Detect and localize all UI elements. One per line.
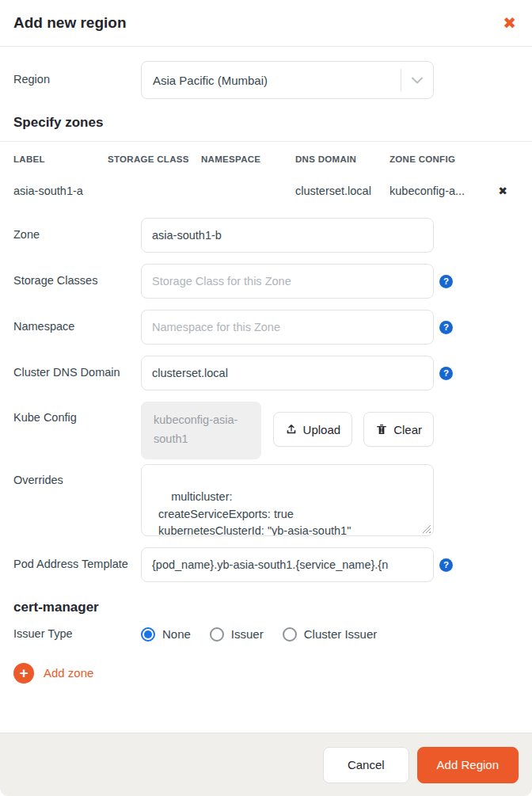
radio-none-label: None [162, 627, 191, 641]
overrides-label: Overrides [13, 464, 141, 489]
help-icon[interactable]: ? [439, 367, 453, 380]
trash-icon [375, 423, 388, 436]
add-zone-label: Add zone [44, 666, 93, 680]
zone-row: Zone [0, 218, 532, 253]
col-storage-class: STORAGE CLASS [108, 154, 201, 164]
kube-config-label: Kube Config [13, 402, 141, 426]
region-label: Region [13, 72, 141, 88]
col-namespace: NAMESPACE [201, 154, 295, 164]
overrides-row: Overrides multicluster: createServiceExp… [0, 464, 532, 536]
namespace-row: Namespace ? [0, 310, 532, 345]
region-row: Region Asia Pacific (Mumbai) [0, 61, 532, 99]
divider [0, 141, 532, 142]
storage-classes-input[interactable] [141, 264, 434, 299]
storage-classes-row: Storage Classes ? [0, 264, 532, 299]
radio-issuer-label: Issuer [231, 627, 264, 641]
issuer-type-radio-group: None Issuer Cluster Issuer [141, 627, 377, 642]
col-label: LABEL [13, 154, 108, 164]
dns-domain-label: Cluster DNS Domain [13, 365, 141, 381]
help-icon[interactable]: ? [439, 558, 453, 572]
specify-zones-heading: Specify zones [0, 115, 532, 131]
plus-icon: + [13, 663, 34, 684]
issuer-type-label: Issuer Type [13, 627, 141, 642]
radio-icon [141, 627, 155, 642]
add-region-button[interactable]: Add Region [417, 747, 519, 783]
radio-none[interactable]: None [141, 627, 191, 642]
help-icon[interactable]: ? [439, 275, 453, 288]
radio-issuer[interactable]: Issuer [210, 627, 264, 642]
issuer-type-row: Issuer Type None Issuer Cluster Issuer [0, 627, 532, 642]
kube-config-filename: kubeconfig-asia-south1 [141, 402, 261, 459]
close-icon[interactable]: ✖ [503, 15, 516, 31]
modal-footer: Cancel Add Region [0, 733, 532, 796]
modal-title: Add new region [13, 14, 127, 32]
clear-button[interactable]: Clear [363, 412, 434, 447]
col-zone-config: ZONE CONFIG [390, 154, 483, 164]
pod-address-template-row: Pod Address Template ? [0, 547, 532, 582]
clear-button-label: Clear [393, 423, 422, 436]
radio-icon [210, 627, 224, 642]
cell-dns-domain: clusterset.local [295, 185, 390, 197]
chevron-down-icon[interactable] [401, 77, 433, 84]
radio-cluster-issuer-label: Cluster Issuer [304, 627, 378, 641]
region-select-value: Asia Pacific (Mumbai) [153, 74, 401, 87]
pod-address-template-input[interactable] [141, 547, 434, 582]
radio-cluster-issuer[interactable]: Cluster Issuer [283, 627, 378, 642]
add-region-modal: Add new region ✖ Region Asia Pacific (Mu… [0, 0, 532, 796]
upload-button[interactable]: Upload [273, 412, 353, 447]
help-icon[interactable]: ? [439, 321, 453, 334]
delete-zone-icon[interactable]: ✖ [498, 185, 519, 197]
zone-input[interactable] [141, 218, 434, 253]
radio-icon [283, 627, 297, 642]
pod-address-template-label: Pod Address Template [13, 557, 141, 573]
cert-manager-heading: cert-manager [0, 600, 532, 615]
storage-classes-label: Storage Classes [13, 273, 141, 289]
upload-button-label: Upload [303, 423, 341, 436]
col-dns-domain: DNS DOMAIN [295, 154, 390, 164]
cancel-button[interactable]: Cancel [323, 747, 409, 783]
region-select[interactable]: Asia Pacific (Mumbai) [141, 61, 434, 99]
table-row: asia-south1-a clusterset.local kubeconfi… [0, 185, 532, 197]
overrides-content: multicluster: createServiceExports: true… [152, 490, 351, 536]
resize-handle[interactable] [422, 524, 431, 533]
modal-header: Add new region ✖ [0, 0, 532, 47]
cell-zone-config: kubeconfig-a... [390, 185, 483, 197]
namespace-input[interactable] [141, 310, 434, 345]
kube-config-control: kubeconfig-asia-south1 Upload Clear [141, 402, 434, 459]
cell-label: asia-south1-a [13, 185, 108, 197]
kube-config-actions: Upload Clear [273, 412, 434, 447]
namespace-label: Namespace [13, 319, 141, 335]
dns-domain-input[interactable] [141, 356, 434, 390]
zones-table-header: LABEL STORAGE CLASS NAMESPACE DNS DOMAIN… [0, 154, 532, 164]
overrides-textarea[interactable]: multicluster: createServiceExports: true… [141, 464, 434, 536]
upload-icon [285, 423, 298, 436]
kube-config-row: Kube Config kubeconfig-asia-south1 Uploa… [0, 402, 532, 459]
add-zone-button[interactable]: + Add zone [0, 663, 532, 684]
dns-domain-row: Cluster DNS Domain ? [0, 356, 532, 390]
zone-label: Zone [13, 227, 141, 243]
